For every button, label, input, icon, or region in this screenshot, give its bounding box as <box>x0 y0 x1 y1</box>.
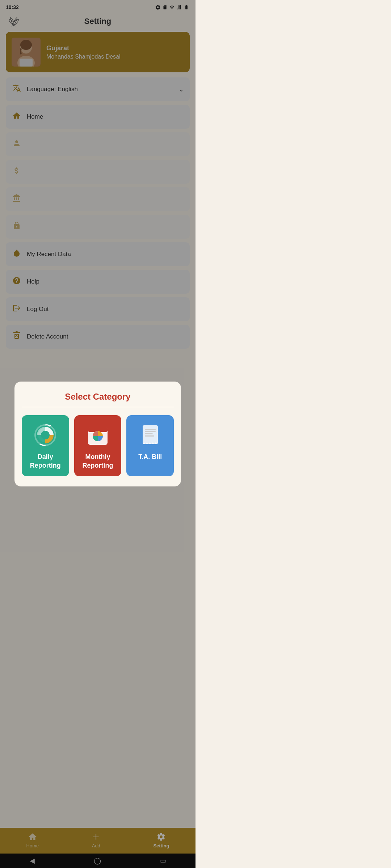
modal-options: DailyReporting <box>22 415 174 434</box>
svg-rect-21 <box>145 431 156 432</box>
modal-title: Select Category <box>22 392 174 402</box>
monthly-reporting-card[interactable]: MonthlyReporting <box>74 415 122 434</box>
monthly-reporting-icon <box>85 422 110 434</box>
daily-reporting-card[interactable]: DailyReporting <box>22 415 69 434</box>
ta-bill-card[interactable]: T.A. Bill <box>126 415 174 434</box>
daily-reporting-icon <box>33 422 58 434</box>
svg-rect-20 <box>145 429 156 430</box>
svg-rect-16 <box>92 426 94 429</box>
svg-rect-22 <box>145 433 153 434</box>
ta-bill-icon <box>138 422 163 434</box>
modal-divider <box>22 407 174 407</box>
select-category-modal: Select Category <box>14 382 181 434</box>
svg-rect-17 <box>102 426 103 429</box>
modal-overlay[interactable]: Select Category <box>0 0 196 434</box>
